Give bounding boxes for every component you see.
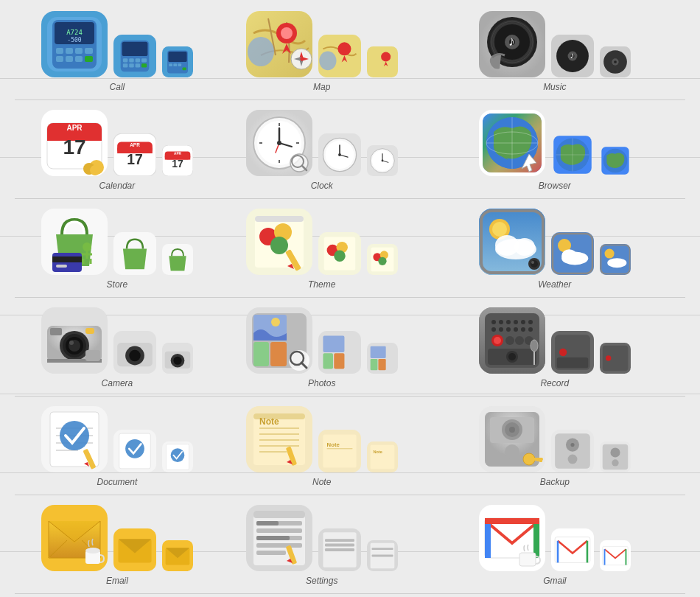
camera-med-icon[interactable] [113,331,156,374]
svg-rect-236 [557,357,589,368]
svg-point-160 [531,260,538,268]
svg-rect-308 [256,543,302,548]
svg-text:17: 17 [63,136,85,158]
gmail-main-icon[interactable] [479,505,545,571]
weather-sml-icon[interactable] [600,244,631,275]
clock-sml-icon[interactable] [367,145,398,176]
call-med-icon[interactable] [113,35,156,77]
svg-point-221 [521,327,525,332]
store-med-icon[interactable] [113,232,156,275]
call-main-icon[interactable]: A724 -500 [41,11,108,77]
settings-main-icon[interactable] [246,505,312,571]
gmail-sml-icon[interactable] [600,540,631,571]
call-group: A724 -500 [15,11,220,92]
svg-point-157 [514,238,535,256]
backup-med-icon[interactable] [551,430,594,472]
backup-main-icon[interactable] [479,406,545,472]
svg-text:Note: Note [373,450,382,454]
browser-sml-icon[interactable] [600,145,631,176]
photos-med-icon[interactable] [318,331,361,374]
clock-med-icon[interactable] [318,133,361,176]
svg-rect-205 [370,346,385,358]
note-med-icon[interactable]: Note [318,430,361,472]
music-med-icon[interactable]: ♪ [551,35,594,77]
svg-rect-13 [85,56,93,62]
svg-rect-321 [371,555,393,557]
camera-group: Camera [15,307,220,388]
settings-group: Settings [220,505,424,586]
email-sml-icon[interactable] [162,540,193,571]
music-sml-icon[interactable] [600,46,631,77]
call-sml-icon[interactable] [162,46,193,77]
map-main-icon[interactable] [246,11,312,77]
note-label: Note [312,477,331,487]
document-med-icon[interactable] [113,430,156,472]
store-group: Store [15,209,220,290]
weather-med-icon[interactable] [551,232,594,275]
camera-main-icon[interactable] [41,307,108,374]
note-sml-icon[interactable]: Note [367,441,398,472]
weather-main-icon[interactable] [479,209,545,275]
document-label: Document [97,477,138,487]
clock-main-icon[interactable] [246,110,312,176]
svg-rect-202 [323,353,333,369]
browser-med-icon[interactable] [551,133,594,176]
record-sml-icon[interactable] [600,343,631,374]
settings-sml-icon[interactable] [367,540,398,571]
store-sml-icon[interactable] [162,244,193,275]
record-main-icon[interactable] [479,307,545,374]
svg-rect-24 [141,63,147,67]
svg-rect-265 [323,434,356,467]
map-med-icon[interactable] [318,35,361,77]
theme-sml-icon[interactable] [367,244,398,275]
svg-rect-7 [66,48,73,54]
store-label: Store [107,279,128,290]
settings-med-icon[interactable] [318,528,361,571]
note-main-icon[interactable]: Note [246,406,312,472]
camera-label: Camera [102,378,133,388]
svg-text:APR: APR [174,152,181,156]
backup-label: Backup [540,477,570,487]
svg-point-165 [561,249,577,262]
document-main-icon[interactable] [41,406,108,472]
store-main-icon[interactable] [41,209,108,275]
svg-point-211 [491,320,496,324]
photos-sml-icon[interactable] [367,343,398,374]
browser-group: Browser [424,110,685,191]
svg-point-102 [338,153,341,156]
camera-sml-icon[interactable] [162,343,193,374]
svg-rect-323 [485,518,539,558]
svg-rect-329 [555,537,590,563]
calendar-sml-icon[interactable]: APR 17 [162,145,193,176]
svg-point-93 [277,141,281,145]
gmail-med-icon[interactable] [551,528,594,571]
svg-point-139 [270,237,288,254]
svg-point-226 [515,336,524,345]
svg-text:APR: APR [66,124,83,132]
svg-rect-320 [371,548,393,550]
email-main-icon[interactable] [41,505,108,571]
email-med-icon[interactable] [113,528,156,571]
theme-med-icon[interactable] [318,232,361,275]
svg-point-62 [614,60,617,63]
backup-sml-icon[interactable] [600,441,631,472]
svg-point-291 [610,447,620,457]
clock-group: Clock [220,110,424,191]
browser-main-icon[interactable] [479,110,545,176]
photos-main-icon[interactable] [246,307,312,374]
svg-point-292 [612,459,618,466]
calendar-med-icon[interactable]: APR 17 [113,133,156,176]
theme-main-icon[interactable] [246,209,312,275]
record-med-icon[interactable] [551,331,594,374]
svg-rect-279 [510,452,514,461]
svg-point-222 [528,327,533,332]
svg-rect-10 [56,56,63,62]
calendar-main-icon[interactable]: APR 17 [41,110,108,176]
svg-text:-500: -500 [67,37,81,43]
music-main-icon[interactable]: ♪ [479,11,545,77]
document-sml-icon[interactable] [162,441,193,472]
svg-rect-331 [603,546,629,565]
map-sml-icon[interactable] [367,46,398,77]
svg-rect-6 [56,48,63,54]
svg-point-239 [606,355,611,360]
